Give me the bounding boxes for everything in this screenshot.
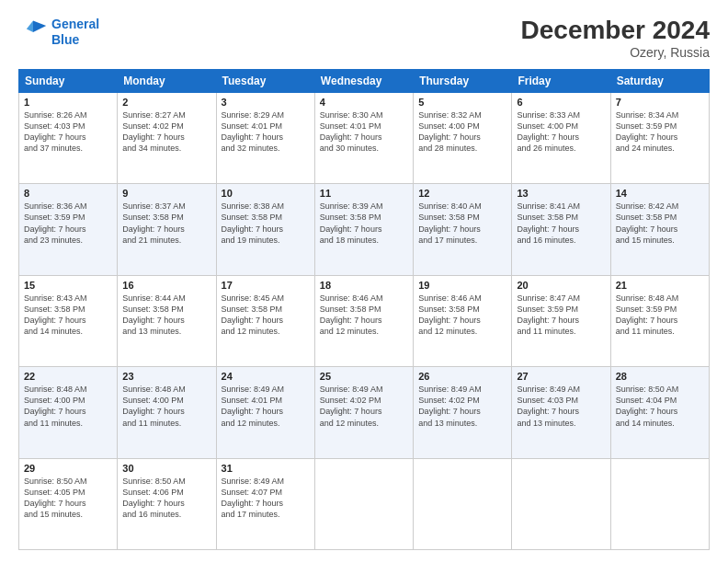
day-info: Sunrise: 8:49 AMSunset: 4:07 PMDaylight:… xyxy=(222,476,310,521)
week-row-3: 15Sunrise: 8:43 AMSunset: 3:58 PMDayligh… xyxy=(19,275,710,366)
day-number: 1 xyxy=(24,97,112,108)
day-number: 3 xyxy=(222,97,310,108)
day-number: 4 xyxy=(320,97,408,108)
day-info: Sunrise: 8:50 AMSunset: 4:06 PMDaylight:… xyxy=(122,476,210,521)
day-number: 7 xyxy=(616,97,704,108)
table-row: 31Sunrise: 8:49 AMSunset: 4:07 PMDayligh… xyxy=(216,458,314,549)
day-info: Sunrise: 8:40 AMSunset: 3:58 PMDaylight:… xyxy=(418,201,506,246)
table-row: 8Sunrise: 8:36 AMSunset: 3:59 PMDaylight… xyxy=(19,184,118,275)
day-number: 6 xyxy=(517,97,605,108)
table-row: 19Sunrise: 8:46 AMSunset: 3:58 PMDayligh… xyxy=(414,275,512,366)
page: General Blue December 2024 Ozery, Russia… xyxy=(0,0,728,563)
col-saturday: Saturday xyxy=(610,69,709,92)
day-info: Sunrise: 8:42 AMSunset: 3:58 PMDaylight:… xyxy=(616,201,704,246)
day-number: 8 xyxy=(24,188,112,199)
table-row: 6Sunrise: 8:33 AMSunset: 4:00 PMDaylight… xyxy=(512,92,610,183)
day-number: 24 xyxy=(222,371,310,382)
day-number: 18 xyxy=(320,280,408,291)
day-info: Sunrise: 8:30 AMSunset: 4:01 PMDaylight:… xyxy=(320,109,408,155)
day-info: Sunrise: 8:48 AMSunset: 4:00 PMDaylight:… xyxy=(122,384,210,429)
table-row: 7Sunrise: 8:34 AMSunset: 3:59 PMDaylight… xyxy=(610,92,709,183)
day-info: Sunrise: 8:44 AMSunset: 3:58 PMDaylight:… xyxy=(122,293,210,338)
day-info: Sunrise: 8:26 AMSunset: 4:03 PMDaylight:… xyxy=(24,109,112,155)
day-info: Sunrise: 8:49 AMSunset: 4:01 PMDaylight:… xyxy=(222,384,310,429)
title-block: December 2024 Ozery, Russia xyxy=(521,17,710,60)
day-number: 15 xyxy=(24,280,112,291)
table-row: 17Sunrise: 8:45 AMSunset: 3:58 PMDayligh… xyxy=(216,275,314,366)
day-number: 30 xyxy=(122,463,210,474)
table-row: 28Sunrise: 8:50 AMSunset: 4:04 PMDayligh… xyxy=(610,367,709,458)
week-row-1: 1Sunrise: 8:26 AMSunset: 4:03 PMDaylight… xyxy=(19,92,710,183)
table-row: 2Sunrise: 8:27 AMSunset: 4:02 PMDaylight… xyxy=(118,92,216,183)
logo-line2: Blue xyxy=(51,32,79,47)
table-row: 1Sunrise: 8:26 AMSunset: 4:03 PMDaylight… xyxy=(19,92,118,183)
table-row xyxy=(512,458,610,549)
day-info: Sunrise: 8:37 AMSunset: 3:58 PMDaylight:… xyxy=(122,201,210,246)
logo-icon xyxy=(18,17,48,47)
day-number: 17 xyxy=(222,280,310,291)
day-number: 19 xyxy=(418,280,506,291)
day-number: 2 xyxy=(122,97,210,108)
day-number: 26 xyxy=(418,371,506,382)
table-row: 13Sunrise: 8:41 AMSunset: 3:58 PMDayligh… xyxy=(512,184,610,275)
week-row-2: 8Sunrise: 8:36 AMSunset: 3:59 PMDaylight… xyxy=(19,184,710,275)
day-number: 12 xyxy=(418,188,506,199)
table-row: 29Sunrise: 8:50 AMSunset: 4:05 PMDayligh… xyxy=(19,458,118,549)
table-row: 11Sunrise: 8:39 AMSunset: 3:58 PMDayligh… xyxy=(314,184,413,275)
day-number: 21 xyxy=(616,280,704,291)
table-row: 20Sunrise: 8:47 AMSunset: 3:59 PMDayligh… xyxy=(512,275,610,366)
day-number: 22 xyxy=(24,371,112,382)
day-number: 9 xyxy=(122,188,210,199)
col-friday: Friday xyxy=(512,69,610,92)
day-info: Sunrise: 8:38 AMSunset: 3:58 PMDaylight:… xyxy=(222,201,310,246)
day-number: 27 xyxy=(517,371,605,382)
table-row: 3Sunrise: 8:29 AMSunset: 4:01 PMDaylight… xyxy=(216,92,314,183)
col-sunday: Sunday xyxy=(19,69,118,92)
table-row: 5Sunrise: 8:32 AMSunset: 4:00 PMDaylight… xyxy=(414,92,512,183)
table-row: 18Sunrise: 8:46 AMSunset: 3:58 PMDayligh… xyxy=(314,275,413,366)
location-subtitle: Ozery, Russia xyxy=(521,45,710,60)
day-info: Sunrise: 8:49 AMSunset: 4:03 PMDaylight:… xyxy=(517,384,605,429)
day-number: 13 xyxy=(517,188,605,199)
col-wednesday: Wednesday xyxy=(314,69,413,92)
table-row: 21Sunrise: 8:48 AMSunset: 3:59 PMDayligh… xyxy=(610,275,709,366)
day-number: 10 xyxy=(222,188,310,199)
table-row: 27Sunrise: 8:49 AMSunset: 4:03 PMDayligh… xyxy=(512,367,610,458)
logo-line1: General xyxy=(51,17,99,31)
logo-text: General Blue xyxy=(51,17,99,48)
day-number: 20 xyxy=(517,280,605,291)
day-info: Sunrise: 8:46 AMSunset: 3:58 PMDaylight:… xyxy=(418,293,506,338)
table-row: 24Sunrise: 8:49 AMSunset: 4:01 PMDayligh… xyxy=(216,367,314,458)
table-row: 4Sunrise: 8:30 AMSunset: 4:01 PMDaylight… xyxy=(314,92,413,183)
day-info: Sunrise: 8:50 AMSunset: 4:05 PMDaylight:… xyxy=(24,476,112,521)
day-number: 25 xyxy=(320,371,408,382)
table-row xyxy=(610,458,709,549)
table-row: 15Sunrise: 8:43 AMSunset: 3:58 PMDayligh… xyxy=(19,275,118,366)
table-row: 30Sunrise: 8:50 AMSunset: 4:06 PMDayligh… xyxy=(118,458,216,549)
day-number: 14 xyxy=(616,188,704,199)
day-info: Sunrise: 8:36 AMSunset: 3:59 PMDaylight:… xyxy=(24,201,112,246)
day-number: 23 xyxy=(122,371,210,382)
table-row: 22Sunrise: 8:48 AMSunset: 4:00 PMDayligh… xyxy=(19,367,118,458)
day-info: Sunrise: 8:46 AMSunset: 3:58 PMDaylight:… xyxy=(320,293,408,338)
day-number: 28 xyxy=(616,371,704,382)
day-info: Sunrise: 8:32 AMSunset: 4:00 PMDaylight:… xyxy=(418,109,506,155)
day-info: Sunrise: 8:48 AMSunset: 4:00 PMDaylight:… xyxy=(24,384,112,429)
table-row: 14Sunrise: 8:42 AMSunset: 3:58 PMDayligh… xyxy=(610,184,709,275)
table-row: 16Sunrise: 8:44 AMSunset: 3:58 PMDayligh… xyxy=(118,275,216,366)
day-info: Sunrise: 8:48 AMSunset: 3:59 PMDaylight:… xyxy=(616,293,704,338)
day-info: Sunrise: 8:43 AMSunset: 3:58 PMDaylight:… xyxy=(24,293,112,338)
table-row: 12Sunrise: 8:40 AMSunset: 3:58 PMDayligh… xyxy=(414,184,512,275)
day-info: Sunrise: 8:41 AMSunset: 3:58 PMDaylight:… xyxy=(517,201,605,246)
table-row xyxy=(414,458,512,549)
table-row: 25Sunrise: 8:49 AMSunset: 4:02 PMDayligh… xyxy=(314,367,413,458)
header: General Blue December 2024 Ozery, Russia xyxy=(18,17,710,60)
week-row-5: 29Sunrise: 8:50 AMSunset: 4:05 PMDayligh… xyxy=(19,458,710,549)
day-info: Sunrise: 8:45 AMSunset: 3:58 PMDaylight:… xyxy=(222,293,310,338)
day-info: Sunrise: 8:34 AMSunset: 3:59 PMDaylight:… xyxy=(616,109,704,155)
day-info: Sunrise: 8:50 AMSunset: 4:04 PMDaylight:… xyxy=(616,384,704,429)
day-number: 11 xyxy=(320,188,408,199)
header-row: Sunday Monday Tuesday Wednesday Thursday… xyxy=(19,69,710,92)
table-row: 10Sunrise: 8:38 AMSunset: 3:58 PMDayligh… xyxy=(216,184,314,275)
day-number: 31 xyxy=(222,463,310,474)
